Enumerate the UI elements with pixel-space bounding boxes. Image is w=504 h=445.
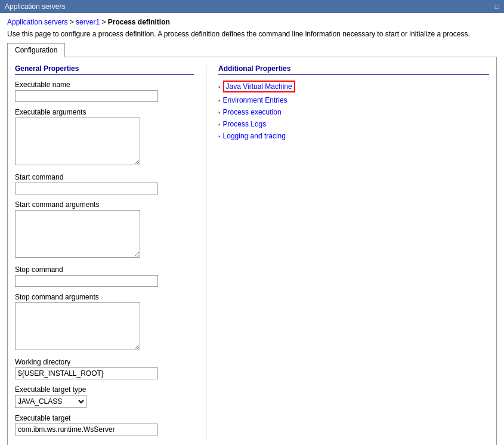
working-directory-label: Working directory — [15, 358, 194, 366]
executable-target-type-select[interactable]: JAVA_CLASS EXECUTABLE_JAR EXECUTABLE — [15, 395, 86, 408]
executable-target-type-label: Executable target type — [15, 385, 194, 394]
executable-arguments-group: Executable arguments — [15, 108, 194, 167]
additional-properties-title: Additional Properties — [218, 64, 489, 75]
bullet-env: ▪ — [218, 97, 221, 104]
breadcrumb-current: Process definition — [108, 18, 170, 26]
start-command-arguments-group: Start command arguments — [15, 200, 194, 259]
start-command-arguments-label: Start command arguments — [15, 200, 194, 209]
title-bar-close[interactable]: □ — [495, 2, 499, 11]
executable-target-type-group: Executable target type JAVA_CLASS EXECUT… — [15, 385, 194, 408]
breadcrumb-server1-link[interactable]: server1 — [76, 18, 100, 26]
start-command-arguments-textarea[interactable] — [15, 210, 140, 258]
jvm-link[interactable]: Java Virtual Machine — [223, 81, 295, 92]
tab-content: General Properties Executable name Execu… — [7, 57, 497, 445]
process-execution-link[interactable]: Process execution — [223, 108, 282, 116]
bullet-logging: ▪ — [218, 133, 221, 140]
stop-command-arguments-textarea[interactable] — [15, 302, 140, 350]
bullet-process-execution: ▪ — [218, 109, 221, 116]
list-item-logging: ▪ Logging and tracing — [218, 132, 489, 140]
executable-arguments-textarea[interactable] — [15, 118, 140, 165]
stop-command-label: Stop command — [15, 265, 194, 274]
executable-target-input[interactable] — [15, 424, 158, 435]
env-link[interactable]: Environment Entries — [223, 96, 287, 104]
start-command-label: Start command — [15, 173, 194, 181]
page-description: Use this page to configure a process def… — [7, 30, 497, 38]
start-command-input[interactable] — [15, 183, 158, 194]
start-command-group: Start command — [15, 173, 194, 194]
breadcrumb: Application servers > server1 > Process … — [7, 18, 497, 26]
tab-configuration[interactable]: Configuration — [7, 43, 65, 57]
executable-arguments-label: Executable arguments — [15, 108, 194, 116]
general-properties-title: General Properties — [15, 64, 194, 75]
additional-properties-panel: Additional Properties ▪ Java Virtual Mac… — [206, 64, 489, 441]
bullet-process-logs: ▪ — [218, 121, 221, 128]
working-directory-group: Working directory — [15, 358, 194, 379]
list-item-process-logs: ▪ Process Logs — [218, 120, 489, 128]
bullet-jvm: ▪ — [218, 84, 221, 90]
title-bar-label: Application servers — [5, 2, 65, 11]
stop-command-input[interactable] — [15, 275, 158, 287]
tab-bar: Configuration — [7, 43, 497, 57]
general-properties-panel: General Properties Executable name Execu… — [15, 64, 194, 441]
working-directory-input[interactable] — [15, 367, 158, 379]
title-bar: Application servers □ — [0, 0, 504, 13]
list-item-process-execution: ▪ Process execution — [218, 108, 489, 116]
breadcrumb-app-servers-link[interactable]: Application servers — [7, 18, 67, 26]
executable-name-input[interactable] — [15, 90, 158, 102]
executable-name-group: Executable name — [15, 81, 194, 102]
executable-target-label: Executable target — [15, 414, 194, 422]
logging-link[interactable]: Logging and tracing — [223, 132, 286, 140]
process-logs-link[interactable]: Process Logs — [223, 120, 267, 128]
main-content: Application servers > server1 > Process … — [0, 13, 504, 445]
breadcrumb-sep2: > — [100, 18, 108, 26]
list-item-env: ▪ Environment Entries — [218, 96, 489, 104]
stop-command-arguments-group: Stop command arguments — [15, 293, 194, 352]
stop-command-group: Stop command — [15, 265, 194, 287]
list-item-jvm: ▪ Java Virtual Machine — [218, 81, 489, 92]
breadcrumb-sep1: > — [67, 18, 76, 26]
two-column-layout: General Properties Executable name Execu… — [15, 64, 489, 441]
executable-name-label: Executable name — [15, 81, 194, 89]
stop-command-arguments-label: Stop command arguments — [15, 293, 194, 301]
additional-properties-list: ▪ Java Virtual Machine ▪ Environment Ent… — [218, 81, 489, 140]
executable-target-group: Executable target — [15, 414, 194, 435]
